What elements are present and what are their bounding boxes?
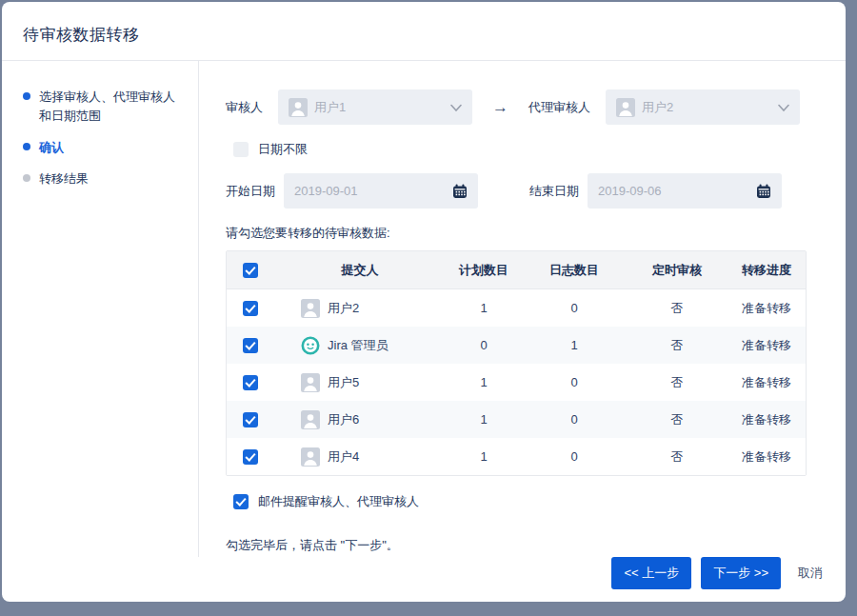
next-step-hint: 勾选完毕后，请点击 "下一步"。 [226,537,823,554]
end-date-value: 2019-09-06 [598,184,662,198]
submitter-name: Jira 管理员 [328,337,389,354]
column-header-timed-review: 定时审核 [627,262,727,279]
table-caption: 请勾选您要转移的待审核数据: [226,225,823,242]
table-row: 用户4 1 0 否 准备转移 [227,438,806,475]
table-rows: 用户2 1 0 否 准备转移 [227,289,806,475]
step-dot-icon [23,92,30,100]
timed-review: 否 [627,300,727,317]
transfer-progress: 准备转移 [727,337,806,354]
log-count: 1 [522,338,627,352]
cancel-button[interactable]: 取消 [798,565,823,582]
submitter-name: 用户5 [328,374,359,391]
column-header-submitter: 提交人 [274,262,446,279]
submitter-name: 用户2 [328,300,359,317]
column-header-log-count: 日志数目 [522,262,627,279]
reviewer-select[interactable]: 用户1 [278,89,472,125]
log-count: 0 [522,412,627,427]
end-date-label: 结束日期 [529,183,579,200]
timed-review: 否 [627,374,727,391]
transfer-progress: 准备转移 [727,448,806,466]
log-count: 0 [522,449,627,464]
pending-review-table: 提交人 计划数目 日志数目 定时审核 转移进度 [226,250,807,476]
timed-review: 否 [627,411,727,428]
jira-admin-avatar-icon [301,336,320,355]
step-dot-icon [23,174,30,182]
step-label: 转移结果 [39,169,89,189]
user-avatar-icon [301,447,320,467]
user-avatar-icon [301,410,320,429]
email-notify-label: 邮件提醒审核人、代理审核人 [258,493,419,510]
submitter-name: 用户6 [328,411,359,428]
table-row: 用户6 1 0 否 准备转移 [227,401,806,438]
transfer-progress: 准备转移 [727,374,806,391]
calendar-icon[interactable] [756,184,771,199]
step-dot-icon [23,143,30,150]
reviewer-selected-value: 用户1 [314,99,346,116]
dialog-header: 待审核数据转移 [2,2,846,61]
start-date-input[interactable]: 2019-09-01 [284,173,478,209]
log-count: 0 [522,301,627,315]
user-avatar-icon [289,98,308,117]
plan-count: 1 [446,412,522,427]
previous-step-button[interactable]: << 上一步 [611,557,691,589]
transfer-dialog: 待审核数据转移 选择审核人、代理审核人和日期范围 确认 转移结果 审核人 [2,2,846,602]
log-count: 0 [522,375,627,389]
right-arrow-icon: → [492,98,508,117]
user-avatar-icon [301,373,320,392]
next-step-button[interactable]: 下一步 >> [701,557,781,589]
user-avatar-icon [616,98,635,117]
calendar-icon[interactable] [452,184,468,199]
proxy-reviewer-selected-value: 用户2 [642,99,673,116]
column-header-transfer-progress: 转移进度 [727,262,806,279]
user-avatar-icon [301,299,320,318]
proxy-reviewer-label: 代理审核人 [528,99,590,116]
transfer-progress: 准备转移 [727,411,806,428]
column-header-plan-count: 计划数目 [446,262,522,279]
email-notify-checkbox[interactable] [233,494,249,509]
row-checkbox[interactable] [243,412,258,427]
table-header-row: 提交人 计划数目 日志数目 定时审核 转移进度 [227,251,806,289]
no-date-limit-label: 日期不限 [258,141,308,158]
row-checkbox[interactable] [243,449,258,465]
step-label: 确认 [39,138,64,157]
sidebar-step-result: 转移结果 [23,169,187,189]
plan-count: 1 [446,301,522,315]
step-label: 选择审核人、代理审核人和日期范围 [39,88,187,126]
dialog-footer: << 上一步 下一步 >> 取消 [2,557,846,602]
sidebar-step-confirm: 确认 [23,138,187,157]
no-date-limit-checkbox[interactable] [233,142,249,157]
submitter-name: 用户4 [328,448,359,466]
main-panel: 审核人 用户1 → 代理审核人 用户2 [198,61,846,557]
start-date-value: 2019-09-01 [294,184,358,198]
end-date-input[interactable]: 2019-09-06 [588,173,782,209]
timed-review: 否 [627,448,727,466]
table-row: 用户2 1 0 否 准备转移 [227,289,806,327]
plan-count: 1 [446,375,522,389]
transfer-progress: 准备转移 [727,300,806,317]
chevron-down-icon [778,104,789,111]
wizard-step-sidebar: 选择审核人、代理审核人和日期范围 确认 转移结果 [2,61,198,557]
reviewer-label: 审核人 [226,99,263,116]
chevron-down-icon [450,104,462,111]
plan-count: 1 [446,449,522,464]
sidebar-step-select-reviewers: 选择审核人、代理审核人和日期范围 [23,88,187,126]
plan-count: 0 [446,338,522,352]
dialog-title: 待审核数据转移 [23,24,823,46]
start-date-label: 开始日期 [226,183,275,200]
timed-review: 否 [627,337,727,354]
row-checkbox[interactable] [243,338,258,353]
row-checkbox[interactable] [243,301,258,316]
select-all-checkbox[interactable] [243,263,258,278]
table-row: 用户5 1 0 否 准备转移 [227,364,806,401]
table-row: Jira 管理员 0 1 否 准备转移 [227,327,806,364]
proxy-reviewer-select[interactable]: 用户2 [606,89,800,125]
row-checkbox[interactable] [243,375,258,390]
